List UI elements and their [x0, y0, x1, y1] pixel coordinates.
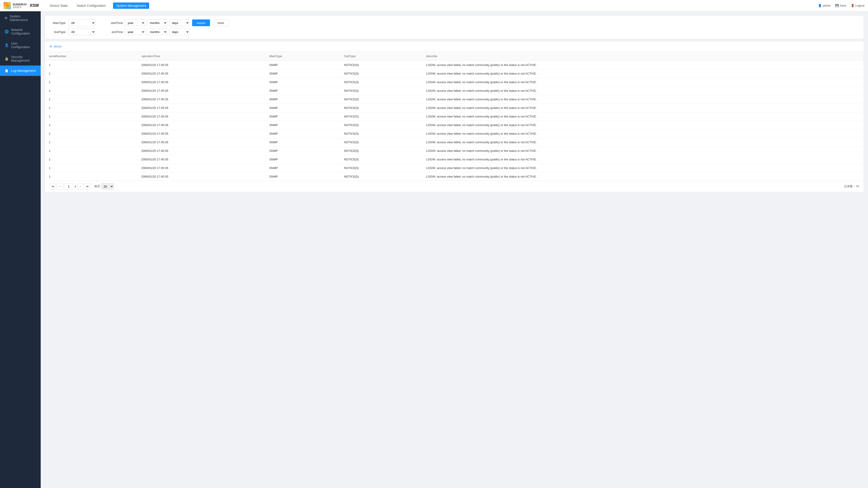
table-row: 12000/01/20 17:45:35SNMPNOTICE(5)LOGIN: …	[45, 147, 864, 155]
sidebar-item-network-config[interactable]: 🌐 Network Configuration	[0, 25, 41, 38]
cell-describe: LOGIN: access view failed, no match comm…	[423, 121, 864, 129]
sidebar-item-label: User Configuration	[11, 41, 36, 49]
sidebar: ⚙ System Maintenance 🌐 Network Configura…	[0, 11, 41, 488]
cell-operationtime: 2000/01/20 17:45:35	[138, 87, 266, 95]
cell-operationtime: 2000/01/20 17:45:35	[138, 129, 266, 138]
start-time-label: startTime	[107, 21, 123, 25]
cell-describe: LOGIN: access view failed, no match comm…	[423, 69, 864, 78]
user-icon: 👤	[818, 4, 822, 7]
logo-area: 🔶 SUNDRAY 信锐技术 XSW	[4, 2, 39, 9]
col-sub-type: SubType	[340, 52, 423, 61]
logo-text: XSW	[30, 3, 39, 8]
cell-describe: LOGIN: access view failed, no match comm…	[423, 95, 864, 104]
cell-describe: LOGIN: access view failed, no match comm…	[423, 147, 864, 155]
sidebar-item-label: Log Management	[11, 69, 36, 72]
main-content: MainType All SNMP System startTime year …	[41, 11, 868, 488]
sidebar-item-label: System Maintenance	[10, 14, 36, 22]
lock-icon: 🔒	[4, 57, 9, 61]
sidebar-item-system-maintenance[interactable]: ⚙ System Maintenance	[0, 11, 41, 25]
user-icon: 👤	[4, 43, 9, 47]
cell-describe: LOGIN: access view failed, no match comm…	[423, 172, 864, 181]
cell-serialnumber: 1	[45, 95, 138, 104]
cell-maintype: SNMP	[266, 95, 340, 104]
next-page-button[interactable]: ›	[77, 183, 84, 190]
nav-item-system-mgmt[interactable]: System Management	[113, 2, 149, 9]
table-row: 12000/01/20 17:45:35SNMPNOTICE(5)LOGIN: …	[45, 155, 864, 164]
cell-operationtime: 2000/01/20 17:45:35	[138, 172, 266, 181]
nav-right: 👤 admin 💾 Save 🚪 Logout	[818, 4, 864, 7]
nav-item-switch-config[interactable]: Switch Configuration	[75, 3, 107, 8]
cell-subtype: NOTICE(5)	[340, 155, 423, 164]
table-row: 12000/01/20 17:45:35SNMPNOTICE(5)LOGIN: …	[45, 104, 864, 112]
end-time-group: endTime year months days	[107, 29, 189, 35]
page-number-input[interactable]	[64, 183, 73, 190]
col-serial: serialNumber	[45, 52, 138, 61]
logout-label: Logout	[855, 4, 864, 7]
cell-maintype: SNMP	[266, 87, 340, 95]
cell-maintype: SNMP	[266, 155, 340, 164]
nav-item-device-state[interactable]: Device State	[48, 3, 69, 8]
cell-operationtime: 2000/01/20 17:45:35	[138, 78, 266, 87]
cell-maintype: SNMP	[266, 164, 340, 172]
cell-subtype: NOTICE(5)	[340, 147, 423, 155]
filter-area: MainType All SNMP System startTime year …	[45, 16, 864, 39]
cell-operationtime: 2000/01/20 17:45:35	[138, 104, 266, 112]
sidebar-item-label: Network Configuration	[11, 28, 36, 35]
network-icon: 🌐	[4, 30, 9, 34]
end-year-select[interactable]: year	[125, 29, 145, 35]
main-type-select[interactable]: All SNMP System	[68, 20, 95, 26]
per-page-label: 每页	[94, 184, 100, 188]
col-time: operationTime	[138, 52, 266, 61]
prev-page-button[interactable]: ‹	[57, 183, 63, 190]
cell-serialnumber: 1	[45, 138, 138, 147]
end-months-select[interactable]: months	[147, 29, 167, 35]
start-days-select[interactable]: days	[169, 20, 189, 26]
table-row: 12000/01/20 17:45:35SNMPNOTICE(5)LOGIN: …	[45, 138, 864, 147]
end-days-select[interactable]: days	[169, 29, 189, 35]
cell-subtype: NOTICE(5)	[340, 69, 423, 78]
cell-describe: LOGIN: access view failed, no match comm…	[423, 138, 864, 147]
start-months-select[interactable]: months	[147, 20, 167, 26]
cell-maintype: SNMP	[266, 112, 340, 121]
reset-button[interactable]: reset	[213, 20, 229, 26]
cell-subtype: NOTICE(5)	[340, 172, 423, 181]
cell-operationtime: 2000/01/20 17:45:35	[138, 112, 266, 121]
log-icon: 📋	[4, 69, 9, 73]
inquire-button[interactable]: inquire	[192, 20, 210, 26]
pagination-area: ⏮ ‹ 4 › ⏭ 每页 20 50 100 记录数：70	[45, 181, 864, 192]
brand-name: SUNDRAY	[13, 3, 27, 6]
end-time-label: endTime	[107, 30, 123, 34]
derive-button[interactable]: ⬇ derive	[50, 44, 61, 49]
main-type-label: MainType	[50, 21, 66, 25]
start-year-select[interactable]: year	[125, 20, 145, 26]
sidebar-item-security-mgmt[interactable]: 🔒 Security Management	[0, 52, 41, 66]
cell-operationtime: 2000/01/20 17:45:35	[138, 138, 266, 147]
cell-serialnumber: 1	[45, 69, 138, 78]
logo-icon: 🔶	[4, 2, 11, 9]
admin-user[interactable]: 👤 admin	[818, 4, 831, 7]
save-button[interactable]: 💾 Save	[835, 4, 846, 7]
cell-serialnumber: 1	[45, 155, 138, 164]
record-prefix: 记录数：	[844, 185, 856, 188]
sidebar-item-log-mgmt[interactable]: 📋 Log Management	[0, 66, 41, 76]
logout-button[interactable]: 🚪 Logout	[851, 4, 864, 7]
admin-label: admin	[823, 4, 831, 7]
table-row: 12000/01/20 17:45:35SNMPNOTICE(5)LOGIN: …	[45, 121, 864, 129]
last-page-button[interactable]: ⏭	[84, 183, 91, 190]
first-page-button[interactable]: ⏮	[50, 183, 56, 190]
cell-serialnumber: 1	[45, 104, 138, 112]
cell-subtype: NOTICE(5)	[340, 95, 423, 104]
cell-subtype: NOTICE(5)	[340, 164, 423, 172]
derive-area: ⬇ derive	[45, 41, 864, 51]
cell-subtype: NOTICE(5)	[340, 104, 423, 112]
cell-subtype: NOTICE(5)	[340, 78, 423, 87]
sidebar-item-user-config[interactable]: 👤 User Configuration	[0, 38, 41, 52]
cell-operationtime: 2000/01/20 17:45:35	[138, 147, 266, 155]
per-page-select[interactable]: 20 50 100	[101, 183, 114, 190]
table-row: 12000/01/20 17:45:35SNMPNOTICE(5)LOGIN: …	[45, 61, 864, 69]
table-header-row: serialNumber operationTime MainType SubT…	[45, 52, 864, 61]
sub-type-select[interactable]: All	[68, 29, 95, 35]
table-row: 12000/01/20 17:45:35SNMPNOTICE(5)LOGIN: …	[45, 172, 864, 181]
cell-subtype: NOTICE(5)	[340, 61, 423, 69]
col-main-type: MainType	[266, 52, 340, 61]
